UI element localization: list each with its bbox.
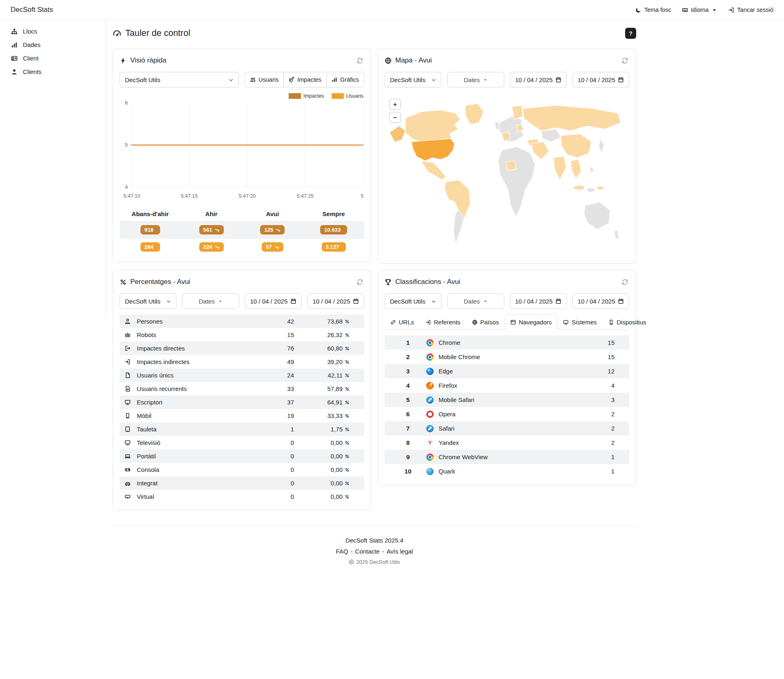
sidebar-item-clients[interactable]: Clients (0, 65, 106, 78)
view-button-grafics[interactable]: Gràfics (326, 72, 364, 87)
app-version: DecSoft Stats 2025.4 (113, 537, 636, 544)
percentages-date-to-input[interactable]: 10 / 04 / 2025 (307, 293, 364, 309)
metric-label: Virtual (134, 493, 245, 500)
percentage-row: Mòbil 19 33,33 (120, 409, 364, 422)
metric-count: 15 (245, 331, 294, 338)
map-date-from-input[interactable]: 10 / 04 / 2025 (510, 72, 567, 87)
meteor-icon (289, 77, 294, 83)
sidebar-item-label: Client (23, 55, 38, 62)
faq-link[interactable]: FAQ (336, 548, 348, 555)
percentages-dates-dropdown[interactable]: Dates (182, 293, 239, 309)
sidebar-item-dades[interactable]: Dades (0, 38, 106, 51)
summary-cell: 10.633 (303, 221, 364, 238)
language-menu[interactable]: Idioma (682, 6, 718, 13)
chrome-icon (426, 339, 439, 346)
bolt-icon (120, 57, 127, 64)
calendar-icon (555, 77, 561, 83)
quick-view-refresh-button[interactable] (356, 56, 364, 65)
tab-paisos[interactable]: Països (466, 315, 505, 330)
ranking-position: 5 (390, 396, 426, 404)
person-icon (125, 318, 134, 324)
percent-icon (120, 279, 127, 286)
sidebar-item-llocs[interactable]: Llocs (0, 25, 106, 38)
quark-icon (426, 468, 439, 475)
tab-dispositius[interactable]: Dispositius (603, 315, 652, 330)
map-zoom-control: + − (390, 99, 401, 123)
percent-icon (345, 494, 350, 499)
percentages-date-from-input[interactable]: 10 / 04 / 2025 (245, 293, 302, 309)
ranking-label: Opera (439, 411, 586, 418)
quick-view-site-select[interactable]: DecSoft Utils (120, 72, 239, 87)
site-select-value: DecSoft Utils (390, 76, 425, 83)
tv-icon (125, 440, 134, 446)
metric-label: Televisió (134, 439, 245, 446)
metric-label: Tauleta (134, 426, 245, 433)
metric-percent: 60,80 (294, 345, 350, 352)
tab-navegadors[interactable]: Navegadors (505, 315, 557, 330)
tab-referents[interactable]: Referents (420, 315, 466, 330)
metric-label: Persones (134, 318, 245, 325)
quick-view-summary-table: Abans-d'ahir Ahir Avui Sempre (120, 207, 364, 255)
help-button[interactable]: ? (625, 28, 636, 39)
summary-cell: 561 (181, 221, 242, 238)
map-date-to-input[interactable]: 10 / 04 / 2025 (572, 72, 629, 87)
classifications-date-from-input[interactable]: 10 / 04 / 2025 (510, 293, 567, 309)
map-site-select[interactable]: DecSoft Utils (385, 72, 441, 87)
badge-value: 918 (145, 227, 154, 233)
view-button-label: Impactes (297, 76, 321, 83)
svg-text:5:47:20: 5:47:20 (239, 193, 256, 199)
map-refresh-button[interactable] (621, 56, 629, 65)
refresh-icon (621, 278, 628, 286)
map-dates-dropdown[interactable]: Dates (447, 72, 504, 87)
zoom-in-button[interactable]: + (390, 99, 401, 110)
tab-sistemes[interactable]: Sistemes (557, 315, 602, 330)
classifications-date-to-input[interactable]: 10 / 04 / 2025 (572, 293, 629, 309)
site-select-value: DecSoft Utils (125, 298, 160, 305)
badge-value: 3.127 (326, 244, 339, 250)
svg-text:6: 6 (125, 100, 128, 106)
metric-percent-value: 0,00 (331, 439, 343, 446)
metric-label: Escriptori (134, 399, 245, 406)
dates-dropdown-label: Dates (464, 76, 480, 83)
mobile-icon (608, 319, 614, 325)
ranking-label: Firefox (439, 382, 586, 389)
yandex-icon (426, 439, 439, 447)
ranking-count: 12 (586, 368, 615, 375)
classifications-refresh-button[interactable] (621, 277, 629, 287)
view-button-usuaris[interactable]: Usuaris (245, 72, 284, 87)
percent-icon (345, 346, 350, 351)
copyright: 2025 DecSoft Utils (349, 559, 400, 565)
chart-legend-item: Usuaris (332, 93, 363, 99)
trend-down-icon (215, 245, 220, 250)
rankings-table: 1 Chrome 15 2 Mobile Chrome 15 (385, 335, 629, 478)
classifications-site-select[interactable]: DecSoft Utils (385, 293, 441, 309)
zoom-out-button[interactable]: − (390, 112, 401, 123)
percentages-site-select[interactable]: DecSoft Utils (120, 293, 176, 309)
logout-button[interactable]: Tancar sessió (728, 6, 773, 13)
desktop-icon (125, 399, 134, 405)
tab-urls[interactable]: URLs (385, 315, 420, 330)
date-value: 10 / 04 / 2025 (250, 298, 288, 305)
view-button-impactes[interactable]: Impactes (283, 72, 327, 87)
metric-percent: 0,00 (294, 453, 350, 460)
ranking-count: 4 (586, 382, 615, 389)
contact-link[interactable]: Contacte (355, 548, 380, 555)
world-map[interactable]: + − (385, 93, 629, 257)
caret-down-icon (711, 6, 717, 13)
sidebar-item-client[interactable]: Client (0, 51, 106, 65)
chevron-down-icon (431, 298, 436, 304)
edge-icon (426, 368, 439, 375)
classifications-dates-dropdown[interactable]: Dates (447, 293, 504, 309)
app-brand[interactable]: DecSoft Stats (11, 6, 53, 14)
badge-value: 125 (264, 227, 273, 233)
dates-dropdown-label: Dates (199, 298, 215, 305)
metric-percent: 1,75 (294, 426, 350, 433)
metric-count: 0 (245, 439, 294, 446)
ranking-count: 2 (586, 439, 615, 446)
percentages-refresh-button[interactable] (356, 277, 364, 287)
svg-text:5: 5 (361, 193, 364, 199)
theme-toggle[interactable]: Tema fosc (635, 6, 671, 13)
ranking-label: Chrome (439, 339, 586, 346)
trend-down-icon (215, 228, 220, 232)
legal-link[interactable]: Avís legal (387, 548, 413, 555)
